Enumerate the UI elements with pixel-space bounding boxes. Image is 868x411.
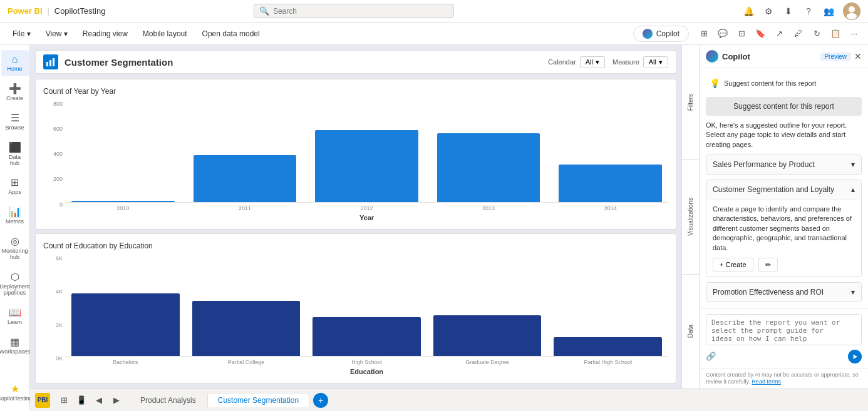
- compare-icon[interactable]: ⊞: [696, 26, 711, 41]
- sidebar-metrics-label: Metrics: [6, 219, 24, 225]
- bottom-tabs: PBI ⊞ 📱 ◀ ▶ Product Analysis Customer Se…: [30, 388, 868, 411]
- measure-filter[interactable]: Measure All ▾: [612, 56, 668, 68]
- sidebar-datahub-label: Data hub: [4, 155, 26, 167]
- avatar[interactable]: [843, 3, 860, 20]
- attach-icon[interactable]: 🔗: [706, 352, 716, 361]
- tab-next-icon[interactable]: ▶: [109, 393, 124, 408]
- data-panel-tab[interactable]: Data: [682, 275, 699, 388]
- sidebar-item-apps[interactable]: ⊞ Apps: [1, 173, 29, 200]
- chart-card-education: Count of Education by Education 6K 4K 2K…: [35, 233, 676, 384]
- content-area: Customer Segmentation Calendar All ▾ Mea…: [30, 45, 868, 411]
- app-branding: Power BI | CopilotTesting: [8, 6, 105, 16]
- filters-panel-tab[interactable]: Filters: [682, 45, 699, 160]
- bar-2013: [437, 133, 540, 202]
- disclaimer: Content created by AI may not be accurat…: [700, 368, 868, 388]
- bar-2013-rect: [437, 133, 540, 202]
- notification-icon[interactable]: 🔔: [743, 6, 754, 17]
- sidebar-item-copilottesting[interactable]: ★ CopilotTesting: [1, 379, 29, 406]
- calendar-select[interactable]: All ▾: [580, 56, 605, 68]
- side-panels: Filters Visualizations Data: [681, 45, 699, 388]
- section-sales-chevron-icon: ▾: [851, 160, 855, 169]
- sidebar-item-browse[interactable]: ☰ Browse: [1, 108, 29, 135]
- svg-rect-0: [46, 62, 48, 66]
- filters-label: Filters: [687, 94, 694, 111]
- sidebar-item-learn[interactable]: 📖 Learn: [1, 303, 29, 330]
- read-terms-link[interactable]: Read terms: [752, 378, 781, 385]
- export-icon[interactable]: ↗: [772, 26, 787, 41]
- menu-view[interactable]: View ▾: [39, 27, 74, 41]
- measure-select[interactable]: All ▾: [643, 56, 668, 68]
- chart1-xlabel: Year: [65, 214, 668, 221]
- bar-2010: [71, 201, 175, 202]
- add-page-button[interactable]: +: [313, 393, 328, 408]
- calendar-label: Calendar: [548, 58, 576, 66]
- top-bar: Power BI | CopilotTesting 🔍 🔔 ⚙ ⬇ ? 👥: [0, 0, 868, 23]
- chart1-yaxis: 800 600 400 200 0: [43, 101, 65, 221]
- monitoring-icon: ◎: [11, 235, 19, 247]
- comment-icon[interactable]: 💬: [715, 26, 730, 41]
- bar-2014: [559, 165, 662, 202]
- refresh-icon[interactable]: ↻: [809, 26, 824, 41]
- report-header-icon: [43, 54, 58, 69]
- menu-reading-view[interactable]: Reading view: [76, 27, 134, 41]
- copilot-button[interactable]: Copilot: [633, 26, 689, 42]
- copilot-panel-icon: [706, 50, 718, 63]
- search-bar[interactable]: 🔍: [254, 4, 454, 18]
- copilot-input-area: 🔗 ➤: [700, 308, 868, 368]
- menu-open-data-model[interactable]: Open data model: [196, 27, 266, 41]
- download-icon[interactable]: ⬇: [783, 6, 794, 17]
- bar-partial-college: [192, 301, 301, 356]
- create-button[interactable]: + Create: [713, 258, 753, 271]
- sidebar-item-deployment[interactable]: ⬡ Deployment pipelines: [1, 267, 29, 300]
- tab-phone-icon[interactable]: 📱: [74, 393, 89, 408]
- menu-file[interactable]: File ▾: [6, 27, 37, 41]
- sidebar-item-create[interactable]: ➕ Create: [1, 79, 29, 106]
- bookmark-icon[interactable]: 🔖: [753, 26, 768, 41]
- report-area: Customer Segmentation Calendar All ▾ Mea…: [30, 45, 868, 388]
- section-promotion-header[interactable]: Promotion Effectiveness and ROI ▾: [706, 283, 861, 302]
- menu-mobile-layout[interactable]: Mobile layout: [137, 27, 194, 41]
- close-icon[interactable]: ✕: [854, 51, 862, 61]
- section-customer-chevron-icon: ▴: [851, 185, 855, 194]
- bar-graduate-degree: [433, 315, 542, 356]
- home-icon: ⌂: [12, 54, 18, 65]
- sidebar-item-metrics[interactable]: 📊 Metrics: [1, 202, 29, 229]
- send-button[interactable]: ➤: [848, 350, 862, 363]
- tab-prev-icon[interactable]: ◀: [91, 393, 106, 408]
- section-promotion: Promotion Effectiveness and ROI ▾: [706, 282, 862, 302]
- section-customer-segmentation: Customer Segmentation and Loyalty ▴ Crea…: [706, 180, 862, 277]
- copilot-input[interactable]: [706, 314, 862, 345]
- more-icon[interactable]: ···: [847, 26, 862, 41]
- section-customer-segmentation-title: Customer Segmentation and Loyalty: [713, 185, 834, 194]
- sidebar-item-home[interactable]: ⌂ Home: [1, 50, 29, 76]
- visualizations-panel-tab[interactable]: Visualizations: [682, 160, 699, 274]
- sidebar-item-workspaces[interactable]: ▦ Workspaces: [1, 332, 29, 359]
- tab-grid-icon[interactable]: ⊞: [56, 393, 71, 408]
- bar-partial-high-school-rect: [554, 337, 662, 356]
- subscribe-icon[interactable]: 📋: [828, 26, 843, 41]
- bar-2011-rect: [194, 155, 297, 202]
- bar-2014-rect: [559, 165, 662, 202]
- sidebar-item-datahub[interactable]: ⬛ Data hub: [1, 138, 29, 171]
- input-footer: 🔗 ➤: [706, 350, 862, 363]
- search-input[interactable]: [273, 7, 448, 16]
- settings-icon[interactable]: ⚙: [763, 6, 774, 17]
- fit-icon[interactable]: ⊡: [734, 26, 749, 41]
- share-icon[interactable]: 👥: [823, 6, 834, 17]
- suggest-row[interactable]: 💡 Suggest content for this report: [706, 74, 862, 92]
- section-customer-segmentation-header[interactable]: Customer Segmentation and Loyalty ▴: [706, 180, 861, 199]
- tab-product-analysis[interactable]: Product Analysis: [130, 393, 206, 407]
- pencil-icon: ✏: [765, 261, 771, 269]
- tab-customer-segmentation[interactable]: Customer Segmentation: [207, 393, 309, 407]
- bar-2011: [194, 155, 297, 202]
- calendar-filter[interactable]: Calendar All ▾: [548, 56, 605, 68]
- edit-button[interactable]: ✏: [758, 258, 778, 272]
- bar-bachelors: [71, 293, 180, 356]
- suggest-content-button[interactable]: Suggest content for this report: [706, 97, 862, 116]
- section-sales-performance-header[interactable]: Sales Performance by Product ▾: [706, 155, 861, 174]
- bar-2010-rect: [71, 201, 175, 202]
- format-icon[interactable]: 🖊: [790, 26, 805, 41]
- metrics-icon: 📊: [9, 206, 21, 218]
- help-icon[interactable]: ?: [803, 6, 814, 17]
- sidebar-item-monitoring[interactable]: ◎ Monitoring hub: [1, 231, 29, 265]
